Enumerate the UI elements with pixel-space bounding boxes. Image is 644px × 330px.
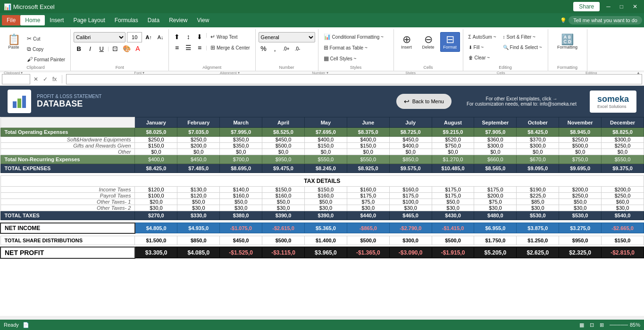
ready-status: Ready	[4, 322, 19, 328]
col-march: March	[220, 117, 262, 128]
align-right-button[interactable]: ≡	[194, 43, 205, 52]
svg-rect-0	[13, 101, 17, 108]
templates-info: For other Excel templates, click → For c…	[467, 96, 577, 107]
paste-button[interactable]: 📋 Paste	[4, 32, 24, 52]
total-operating-expenses-row: Total Operating Expenses $8.025,0 $7.035…	[0, 128, 644, 137]
menu-file[interactable]: File	[2, 15, 20, 25]
wrap-text-button[interactable]: ↵Wrap Text	[208, 32, 240, 41]
menu-page-layout[interactable]: Page Layout	[68, 15, 109, 25]
other-taxes-2-row: Other Taxes- 2 $30,0 $30,0 $30,0 $30,0 $…	[0, 205, 644, 211]
underline-button[interactable]: U	[96, 44, 107, 53]
sub-item-software-row: Soft&Hardware Equipments $250,0 $250,0 $…	[0, 137, 644, 143]
formatting-group: 🔠 Formatting Formatting	[548, 29, 587, 71]
back-to-menu-button[interactable]: ↩ Back to Menu	[396, 94, 452, 109]
col-july: July	[389, 117, 432, 128]
percent-button[interactable]: %	[259, 44, 269, 53]
zoom-slider[interactable]: ───── 85%	[610, 322, 640, 328]
fill-color-button[interactable]: 🎨	[121, 44, 132, 53]
format-painter-button[interactable]: 🖌Format Painter	[25, 55, 67, 64]
tell-me-input[interactable]: Tell me what you want to do	[569, 16, 642, 25]
net-profit-row: NET PROFIT $3.305,0 $4.085,0 -$1.525,0 -…	[0, 247, 644, 258]
share-button[interactable]: Share	[573, 2, 600, 11]
total-operating-label: Total Operating Expenses	[0, 128, 135, 137]
col-february: February	[177, 117, 220, 128]
insert-button[interactable]: ⊕ Insert	[397, 32, 417, 52]
format-button[interactable]: ⊟ Format	[440, 32, 460, 52]
col-september: September	[474, 117, 517, 128]
tax-details-header-row: TAX DETAILS	[0, 176, 644, 187]
editing-group: ΣAutoSum ~ ⬇Fill ~ 🗑Clear ~ ↕Sort & Filt…	[463, 29, 548, 71]
fill-button[interactable]: ⬇Fill ~	[466, 42, 499, 52]
view-normal-icon[interactable]: ▦	[579, 322, 584, 328]
col-august: August	[432, 117, 474, 128]
clipboard-group: 📋 Paste ✂Cut ⧉Copy 🖌Format Painter Clipb…	[1, 29, 71, 71]
decrease-font-button[interactable]: A↓	[155, 33, 166, 42]
bold-button[interactable]: B	[74, 44, 84, 53]
col-december: December	[602, 117, 644, 128]
conditional-formatting-button[interactable]: 📊Conditional Formatting ~	[321, 32, 391, 41]
income-taxes-row: Income Taxes $120,0 $130,0 $140,0 $150,0…	[0, 187, 644, 193]
format-as-table-button[interactable]: ⊞Format as Table ~	[321, 43, 391, 52]
menu-review[interactable]: Review	[164, 15, 192, 25]
column-header-row: January February March April May June Ju…	[0, 117, 644, 128]
total-taxes-row: TOTAL TAXES $270,0 $330,0 $380,0 $390,0 …	[0, 211, 644, 220]
total-non-recurring-row: Total Non-Recurring Expenses $400,0 $450…	[0, 155, 644, 164]
border-button[interactable]: ⊡	[110, 44, 120, 53]
menu-insert[interactable]: Insert	[45, 15, 68, 25]
increase-font-button[interactable]: A↑	[143, 33, 154, 42]
autosum-button[interactable]: ΣAutoSum ~	[466, 32, 499, 41]
align-bottom-button[interactable]: ⬇	[194, 32, 205, 41]
svg-rect-1	[17, 99, 21, 108]
align-center-button[interactable]: ☰	[183, 43, 193, 52]
merge-center-button[interactable]: ⊞Merge & Center	[208, 43, 252, 52]
banner: PROFIT & LOSS STATEMENT DATABASE ↩ Back …	[0, 86, 644, 117]
decrease-decimal-button[interactable]: .0-	[293, 44, 303, 53]
view-layout-icon[interactable]: ⊡	[590, 322, 594, 328]
align-left-button[interactable]: ≡	[172, 43, 182, 52]
zoom-level: 85%	[630, 322, 640, 328]
status-bar: Ready 📄 ▦ ⊡ ⊞ ───── 85%	[0, 320, 644, 330]
sheet-tab-icon: 📄	[23, 322, 29, 328]
menu-data[interactable]: Data	[143, 15, 164, 25]
comma-button[interactable]: ,	[270, 44, 280, 53]
align-middle-button[interactable]: ↕	[183, 32, 193, 41]
copy-button[interactable]: ⧉Copy	[25, 44, 67, 54]
sort-filter-button[interactable]: ↕Sort & Filter ~	[501, 32, 544, 41]
formula-input[interactable]: 200	[66, 74, 642, 84]
align-top-button[interactable]: ⬆	[172, 32, 182, 41]
increase-decimal-button[interactable]: .0+	[281, 44, 292, 53]
font-color-button[interactable]: A	[133, 44, 143, 53]
spreadsheet-area[interactable]: PROFIT & LOSS STATEMENT DATABASE ↩ Back …	[0, 86, 644, 316]
menu-view[interactable]: View	[192, 15, 214, 25]
col-april: April	[262, 117, 305, 128]
someka-logo: someka Excel Solutions	[590, 91, 636, 113]
cell-reference[interactable]: F26	[2, 74, 30, 84]
delete-button[interactable]: ⊖ Delete	[418, 32, 438, 52]
italic-button[interactable]: I	[85, 44, 95, 53]
other-taxes-1-row: Other Taxes- 1 $20,0 $50,0 $50,0 $50,0 $…	[0, 199, 644, 205]
font-size-input[interactable]	[127, 32, 142, 42]
ribbon: 📋 Paste ✂Cut ⧉Copy 🖌Format Painter Clipb…	[0, 27, 644, 73]
cut-button[interactable]: ✂Cut	[25, 34, 67, 43]
col-june: June	[347, 117, 389, 128]
col-october: October	[517, 117, 559, 128]
banner-title: PROFIT & LOSS STATEMENT DATABASE	[37, 94, 101, 109]
insert-function-icon[interactable]: fx	[51, 76, 58, 82]
total-share-dist-row: TOTAL SHARE DISTRIBUTIONS $1.500,0 $850,…	[0, 236, 644, 245]
view-break-icon[interactable]: ⊞	[600, 322, 604, 328]
total-expenses-row: TOTAL EXPENSES $8.425,0 $7.485,0 $8.695,…	[0, 164, 644, 173]
cells-group: ⊕ Insert ⊖ Delete ⊟ Format Cells	[394, 29, 463, 71]
menu-home[interactable]: Home	[20, 15, 45, 25]
find-select-button[interactable]: 🔍Find & Select ~	[501, 42, 544, 52]
menu-bar: File Home Insert Page Layout Formulas Da…	[0, 13, 644, 27]
clear-button[interactable]: 🗑Clear ~	[466, 53, 499, 62]
formatting-button[interactable]: 🔠 Formatting	[551, 32, 584, 52]
font-family-select[interactable]: Calibri	[74, 32, 125, 42]
number-format-select[interactable]: General	[259, 32, 315, 42]
net-income-row: NET INCOME $4.805,0 $4.935,0 -$1.075,0 -…	[0, 223, 644, 233]
cell-styles-button[interactable]: ▦Cell Styles ~	[321, 54, 391, 63]
menu-formulas[interactable]: Formulas	[110, 15, 143, 25]
cancel-formula-icon[interactable]: ✕	[32, 76, 40, 82]
confirm-formula-icon[interactable]: ✓	[42, 76, 49, 82]
title-bar: 📊 Microsoft Excel Share ─ □ ✕	[0, 0, 644, 13]
